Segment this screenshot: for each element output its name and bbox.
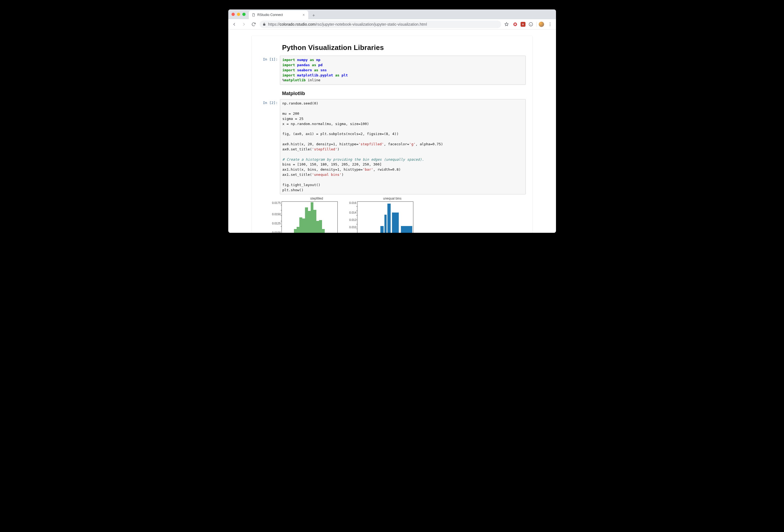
extension-icon[interactable] — [512, 21, 519, 28]
reload-button[interactable] — [250, 21, 257, 28]
plot-title: unequal bins — [357, 197, 427, 200]
cell-prompt: In [1]: — [258, 56, 280, 85]
address-bar[interactable]: https://colorado.rstudio.com/rsc/jupyter… — [260, 21, 501, 28]
y-tick-labels: 0.01750.01500.01250.01000.0075 — [268, 202, 281, 233]
profile-avatar[interactable] — [539, 22, 544, 27]
bookmark-star-icon[interactable] — [503, 21, 510, 28]
tab-strip: RStudio Connect — [228, 9, 556, 19]
url-scheme: https:// — [268, 22, 280, 26]
lock-icon — [262, 22, 266, 26]
minimize-window-button[interactable] — [237, 13, 240, 16]
forward-button[interactable] — [240, 21, 248, 28]
page-content[interactable]: Python Visualization Libraries In [1]: i… — [228, 29, 556, 233]
cell-prompt: In [2]: — [258, 99, 280, 195]
url-host: colorado.rstudio.com — [280, 22, 315, 26]
code-cell: In [1]: import numpy as np import pandas… — [258, 56, 526, 85]
menu-button[interactable] — [546, 21, 554, 28]
close-tab-icon[interactable] — [302, 13, 306, 17]
tab-title: RStudio Connect — [257, 13, 283, 17]
plot-panel-left: stepfilled 0.01750.01500.01250.01000.007… — [281, 197, 352, 233]
y-tick-labels: 0.0160.0140.0120.0100.0080.006 — [344, 202, 356, 233]
tab-active[interactable]: RStudio Connect — [249, 10, 308, 19]
info-icon[interactable] — [528, 21, 534, 28]
toolbar: https://colorado.rstudio.com/rsc/jupyter… — [228, 19, 556, 29]
url-path: /rsc/jupyter-notebook-visualization/jupy… — [315, 22, 427, 26]
plot-panel-right: unequal bins 0.0160.0140.0120.0100.0080.… — [357, 197, 427, 233]
svg-point-3 — [550, 25, 550, 26]
plot-bars — [357, 202, 413, 233]
notebook-page: Python Visualization Libraries In [1]: i… — [252, 36, 532, 233]
section-heading: Matplotlib — [282, 91, 526, 96]
plot-output: stepfilled 0.01750.01500.01250.01000.007… — [281, 197, 526, 233]
close-window-button[interactable] — [231, 13, 235, 16]
plot-bars — [282, 202, 337, 233]
new-tab-button[interactable] — [310, 11, 317, 19]
page-icon — [252, 13, 255, 17]
svg-point-2 — [550, 24, 550, 24]
maximize-window-button[interactable] — [242, 13, 246, 16]
page-title: Python Visualization Libraries — [282, 43, 526, 52]
ublock-icon[interactable]: u — [521, 22, 526, 27]
plot-title: stepfilled — [281, 197, 352, 200]
code-block: np.random.seed(0) mu = 200 sigma = 25 x … — [280, 99, 526, 195]
plot-axes: 0.0160.0140.0120.0100.0080.006 — [357, 202, 413, 233]
plot-axes: 0.01750.01500.01250.01000.0075 — [281, 202, 338, 233]
window-controls — [231, 9, 247, 19]
browser-window: RStudio Connect — [228, 9, 556, 233]
back-button[interactable] — [230, 21, 238, 28]
code-block: import numpy as np import pandas as pd i… — [280, 56, 526, 85]
code-cell: In [2]: np.random.seed(0) mu = 200 sigma… — [258, 99, 526, 195]
svg-point-1 — [550, 22, 550, 23]
url-text: https://colorado.rstudio.com/rsc/jupyter… — [268, 22, 427, 26]
